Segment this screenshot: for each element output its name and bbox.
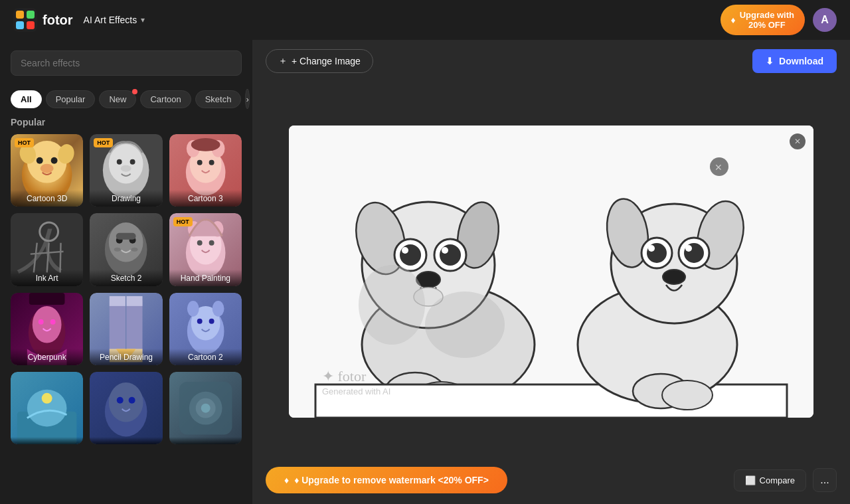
more-options-button[interactable]: ... [813,468,837,492]
sidebar: All Popular New Cartoon Sketch › Popular [0,40,252,504]
svg-point-20 [209,160,214,165]
effect-cartoon3[interactable]: Cartoon 3 [169,134,242,207]
svg-point-36 [209,240,214,246]
tab-popular[interactable]: Popular [46,90,96,108]
compare-button[interactable]: ⬜ Compare [734,469,806,491]
svg-rect-4 [27,21,35,29]
effect-more2[interactable] [90,372,162,444]
svg-point-73 [402,247,408,254]
effect-pencil[interactable]: Pencil Drawing [90,293,162,365]
download-button[interactable]: ⬇ Download [752,49,837,73]
effect-more1[interactable] [11,372,83,444]
svg-point-13 [109,144,143,184]
tab-sketch[interactable]: Sketch [195,90,242,108]
canvas-toolbar: ＋ + Change Image ⬇ Download [252,40,850,82]
header-right: ♦ Upgrade with20% OFF A [721,5,837,35]
upgrade-label: Upgrade with20% OFF [740,10,794,30]
svg-rect-1 [16,11,24,19]
badge-hot-drawing: HOT [94,138,113,147]
svg-point-59 [109,382,143,422]
svg-point-65 [201,404,210,413]
effect-sketch2[interactable]: Sketch 2 [90,213,162,286]
effect-label-handpainting: Hand Painting [169,270,242,286]
effect-label-pencil: Pencil Drawing [90,349,162,365]
diamond-icon: ♦ [731,15,736,25]
canvas-area: ＋ + Change Image ⬇ Download [252,40,850,504]
effect-label-drawing: Drawing [90,190,162,207]
tab-cartoon[interactable]: Cartoon [140,90,191,108]
svg-rect-3 [16,21,24,29]
main-layout: All Popular New Cartoon Sketch › Popular [0,40,850,504]
tab-all[interactable]: All [11,90,42,108]
search-input[interactable] [11,50,242,76]
svg-point-54 [212,301,224,317]
effect-label-cartoon3d: Cartoon 3D [11,190,83,207]
badge-hot-handpainting: HOT [173,217,193,226]
effect-handpainting[interactable]: HOT Hand Painting [169,213,242,286]
close-preview-button[interactable]: ✕ [790,133,806,149]
svg-point-57 [42,393,52,404]
effect-label-more2 [90,437,162,444]
effects-scroll: Popular [0,117,252,504]
svg-point-60 [117,397,124,404]
svg-point-35 [197,240,202,246]
tab-new[interactable]: New [99,90,136,108]
download-label: Download [779,56,823,66]
avatar[interactable]: A [813,8,837,32]
svg-point-41 [39,319,44,324]
effect-cartoon3d[interactable]: HOT Cartoon 3D [11,134,83,207]
svg-point-15 [130,159,135,165]
svg-point-51 [197,318,202,323]
svg-point-40 [33,306,62,343]
effect-label-cyberpunk: Cyberpunk [11,349,83,365]
svg-point-27 [109,222,143,262]
badge-hot-cartoon3d: HOT [15,138,34,147]
svg-point-8 [51,157,58,164]
bottom-right-actions: ⬜ Compare ... [734,468,837,492]
app-title-dropdown[interactable]: AI Art Effects ▾ [84,15,145,25]
image-preview: ✦ fotor Generated with AI ✕ ✕ [252,82,850,460]
app-header: fotor AI Art Effects ▾ ♦ Upgrade with20%… [0,0,850,40]
svg-point-92 [685,245,692,252]
preview-container: ✦ fotor Generated with AI ✕ ✕ [289,126,813,418]
svg-text:Generated with AI: Generated with AI [322,386,390,396]
header-left: fotor AI Art Effects ▾ [13,8,145,32]
search-wrap [0,40,252,86]
svg-point-42 [50,319,56,324]
svg-point-61 [129,397,135,404]
fotor-logo-icon [13,8,37,32]
effect-drawing[interactable]: HOT Drawing [90,134,162,207]
filter-tabs: All Popular New Cartoon Sketch › [0,86,252,117]
svg-point-14 [117,159,122,165]
svg-rect-30 [116,233,136,240]
svg-point-93 [663,270,685,284]
effect-inkart[interactable]: 人 Ink Art [11,213,83,286]
effect-cartoon2[interactable]: Cartoon 2 [169,293,242,365]
svg-point-31 [114,248,121,252]
download-icon: ⬇ [766,56,774,66]
effect-label-cartoon3: Cartoon 3 [169,190,242,207]
logo: fotor [13,8,73,32]
tab-next-button[interactable]: › [245,89,249,109]
upgrade-button[interactable]: ♦ Upgrade with20% OFF [721,5,806,35]
new-dot [132,89,137,94]
compare-icon: ⬜ [745,475,756,485]
effect-label-more1 [11,437,83,444]
upgrade-watermark-label: ♦ Upgrade to remove watermark <20% OFF> [294,475,489,485]
svg-point-95 [662,380,713,410]
effect-cyberpunk[interactable]: Cyberpunk [11,293,83,365]
effects-grid: HOT Cartoon 3D [11,134,242,444]
effect-label-inkart: Ink Art [11,270,83,286]
svg-rect-2 [27,11,35,19]
svg-rect-43 [29,293,65,305]
effect-more3[interactable] [169,372,242,444]
preview-image: ✦ fotor Generated with AI ✕ [289,126,813,418]
upgrade-watermark-button[interactable]: ♦ ♦ Upgrade to remove watermark <20% OFF… [266,467,507,493]
svg-point-75 [440,244,461,266]
svg-point-23 [191,138,220,151]
svg-point-72 [400,244,421,266]
svg-point-7 [37,157,43,164]
change-image-button[interactable]: ＋ + Change Image [266,49,373,73]
section-popular-label: Popular [11,117,242,127]
change-image-label: + Change Image [292,56,361,66]
